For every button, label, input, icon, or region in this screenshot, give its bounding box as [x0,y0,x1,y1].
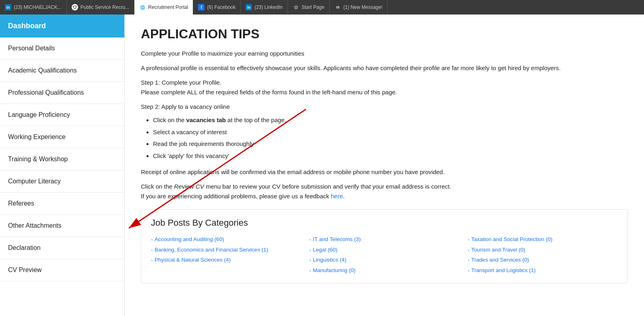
main-content: APPLICATION TIPS Complete your Profile t… [125,15,644,316]
tab-message[interactable]: ✉ (1) New Message! [330,0,388,15]
cat-legal[interactable]: Legal (60) [309,246,459,255]
sidebar-item-personal-details[interactable]: Personal Details [0,37,124,60]
tab-label: Recruitment Portal [148,4,188,10]
step2-heading: Step 2: Apply to a vacancy online [141,102,628,112]
review-cv-text: Click on the Review CV menu bar to revie… [141,182,628,201]
feedback-link[interactable]: here [331,193,343,200]
tab-label: (23) LinkedIn [254,4,283,10]
linkedin-icon-2: in [246,4,252,10]
linkedin-icon: in [5,4,11,10]
tab-label: (6) Facebook [207,4,235,10]
cat-taxation[interactable]: Taxation and Social Protection (0) [468,235,618,244]
sidebar-item-declaration[interactable]: Declaration [0,237,124,259]
sidebar-item-cv-preview[interactable]: CV Preview [0,259,124,281]
job-categories-grid: Accounting and Auditing (60) Banking, Ec… [151,235,618,275]
job-categories-col2: IT and Telecoms (3) Legal (60) Linguisti… [309,235,459,275]
cat-it[interactable]: IT and Telecoms (3) [309,235,459,244]
steps-list: Click on the vacancies tab at the top of… [153,115,628,161]
sidebar-item-referees[interactable]: Referees [0,193,124,215]
page-title: APPLICATION TIPS [141,27,628,42]
sidebar-item-working-experience[interactable]: Working Experience [0,126,124,148]
bullet-read-requirements: Read the job requirements thoroughly [153,139,628,149]
sidebar-item-computer-literacy[interactable]: Computer Literacy [0,170,124,193]
cat-transport[interactable]: Transport and Logistics (1) [468,266,618,275]
subtitle-text: Complete your Profile to maximize your e… [141,49,628,58]
tab-linkedin2[interactable]: in (23) LinkedIn [241,0,288,15]
sidebar-item-academic-qualifications[interactable]: Academic Qualifications [0,60,124,82]
message-icon: ✉ [334,4,341,10]
bullet-select-vacancy: Select a vacancy of interest [153,127,628,137]
job-categories-col1: Accounting and Auditing (60) Banking, Ec… [151,235,301,275]
tab-label: Public Service Recru... [80,4,129,10]
job-posts-title: Job Posts By Categories [151,218,618,228]
tab-startpage[interactable]: ☆ Start Page [288,0,330,15]
intro-paragraph: A professional profile is essential to e… [141,63,628,73]
app-container: Dashboard Personal Details Academic Qual… [0,15,644,316]
step1-heading: Step 1: Complete your Profile. Please co… [141,78,628,97]
tab-pubservice[interactable]: 🛡 Public Service Recru... [67,0,134,15]
tab-label: (23) MICHAELJACK... [14,4,62,10]
sidebar-item-training-workshop[interactable]: Training & Workshop [0,148,124,170]
job-posts-section: Job Posts By Categories Accounting and A… [141,209,628,283]
tab-facebook[interactable]: f (6) Facebook [193,0,241,15]
bullet-vacancies-tab: Click on the vacancies tab at the top of… [153,115,628,125]
job-categories-col3: Taxation and Social Protection (0) Touri… [468,235,618,275]
sidebar-header: Dashboard [0,15,124,37]
sidebar-item-other-attachments[interactable]: Other Attachments [0,215,124,237]
tab-label: (1) New Message! [343,4,382,10]
cat-physical[interactable]: Physical & Natural Sciences (4) [151,256,301,265]
star-icon: ☆ [293,4,299,10]
cat-accounting[interactable]: Accounting and Auditing (60) [151,235,301,244]
tab-linkedin1[interactable]: in (23) MICHAELJACK... [0,0,67,15]
cat-manufacturing[interactable]: Manufacturing (0) [309,266,459,275]
cat-banking[interactable]: Banking, Economics and Financial Service… [151,246,301,255]
receipt-text: Receipt of online applications will be c… [141,167,628,177]
cat-trades[interactable]: Trades and Services (0) [468,256,618,265]
sidebar: Dashboard Personal Details Academic Qual… [0,15,125,316]
shield-icon: 🛡 [72,4,78,10]
sidebar-item-professional-qualifications[interactable]: Professional Qualifications [0,82,124,104]
cat-tourism[interactable]: Tourism and Travel (0) [468,246,618,255]
tab-recruitment[interactable]: 🌐 Recruitment Portal [134,0,193,15]
browser-tabs-bar: in (23) MICHAELJACK... 🛡 Public Service … [0,0,644,15]
bullet-click-apply: Click 'apply' for this vacancy' [153,151,628,161]
facebook-icon: f [198,4,204,10]
sidebar-item-language-proficiency[interactable]: Language Proficiency [0,104,124,126]
portal-icon: 🌐 [139,4,146,10]
cat-linguistics[interactable]: Linguistics (4) [309,256,459,265]
tab-label: Start Page [301,4,324,10]
